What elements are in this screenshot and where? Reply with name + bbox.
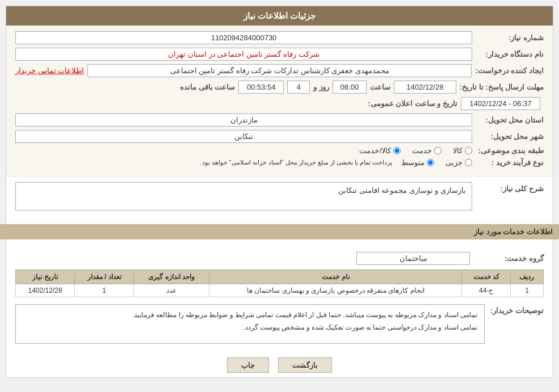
saat-label: ساعت [370, 83, 390, 91]
radio-kala[interactable]: کالا [453, 146, 472, 155]
kala-khedmat-label: کالا/خدمت [359, 146, 391, 155]
baqi-mande-label: ساعت باقی مانده [180, 83, 235, 91]
ostan-tahvil-value: مازندران [15, 113, 472, 127]
ijad-konande-value: محمدمهدی جعفری کارشناس تداركات شركت رفاه… [87, 64, 472, 77]
radio-khedmat[interactable]: خدمت [412, 146, 442, 155]
table-cell-0-0: 1 [510, 284, 543, 297]
col-tedad: تعداد / مقدار [75, 270, 134, 284]
radio-kala-input[interactable] [465, 147, 472, 154]
tabaqe-bandi-label: طبقه بندی موضوعی: [476, 146, 544, 155]
table-cell-0-2: انجام کارهای متفرقه درخصوص بازسازی و بهس… [209, 284, 462, 297]
roz-value: 4 [287, 81, 310, 94]
action-buttons: بازگشت چاپ [6, 357, 553, 373]
etelaat-tamas-link[interactable]: اطلاعات تماس خریدار [15, 66, 84, 75]
table-row: 1ج-44انجام کارهای متفرقه درخصوص بازسازی … [16, 284, 544, 297]
col-vahed: واحد اندازه گیری [134, 270, 209, 284]
radio-jozii-input[interactable] [465, 159, 472, 166]
sharh-koli-label: شرح کلی نیاز: [476, 182, 544, 193]
baqi-mande-value: 00:53:54 [238, 81, 284, 94]
ijad-konande-label: ایجاد کننده درخواست: [475, 66, 544, 75]
nam-dastgah-label: نام دستگاه خریدار: [476, 50, 544, 58]
table-cell-0-5: 1402/12/28 [16, 284, 75, 297]
group-khedmat-value: ساختمان [356, 252, 470, 265]
table-cell-0-1: ج-44 [462, 284, 511, 297]
date-announce-value: 1402/12/24 - 06:37 [461, 97, 540, 110]
nam-dastgah-value: شرکت رفاه گستر تامین اجتماعی در استان ته… [15, 48, 472, 61]
payment-note: پرداخت تمام یا بخشی از مبلغ خریداز محل "… [200, 159, 392, 166]
date-announce-label: تاریخ و ساعت اعلان عمومی: [368, 99, 457, 108]
services-table: ردیف کد خدمت نام خدمت واحد اندازه گیری ت… [15, 269, 544, 297]
radio-motavasset-input[interactable] [427, 159, 434, 166]
shomara-niaz-value: 1102094284000730 [15, 31, 472, 44]
col-radif: ردیف [510, 270, 543, 284]
motavasset-label: متوسط [401, 158, 424, 167]
tawsiyat-label: توصیحات خریدار: [490, 304, 544, 315]
nav-farayand-label: نوع فرآیند خرید : [476, 158, 544, 167]
roz-label: روز و [313, 83, 329, 91]
print-button[interactable]: چاپ [227, 357, 269, 373]
khedmat-label: خدمت [412, 146, 432, 155]
table-cell-0-3: عدد [134, 284, 209, 297]
tawsiyat-value: تمامی اسناد و مدارک مربوطه به پیوست میبا… [15, 304, 485, 344]
kala-label: کالا [453, 146, 463, 155]
saat-value: 08:00 [333, 81, 367, 94]
etelaat-khadamat-header: اطلاعات خدمات مورد نیاز [0, 224, 559, 239]
date-value: 1402/12/28 [394, 81, 456, 94]
page-title: جزئیات اطلاعات نیاز [6, 6, 553, 26]
ostan-tahvil-label: استان محل تحویل: [476, 116, 544, 124]
col-nam-khedmat: نام خدمت [209, 270, 462, 284]
radio-motavasset[interactable]: متوسط [401, 158, 434, 167]
radio-khedmat-input[interactable] [434, 147, 442, 154]
shahr-tahvil-label: شهر محل تحویل: [476, 132, 544, 141]
radio-kala-khedmat-input[interactable] [393, 147, 401, 154]
radio-kala-khedmat[interactable]: کالا/خدمت [359, 146, 401, 155]
jozii-label: جزیی [445, 158, 463, 167]
shahr-tahvil-value: تنکابن [15, 130, 472, 143]
group-khedmat-label: گروه خدمت: [476, 254, 544, 263]
table-cell-0-4: 1 [75, 284, 134, 297]
col-tarikh: تاریخ نیاز [16, 270, 75, 284]
mohlat-ersal-label: مهلت ارسال پاسخ: تا تاریخ: [460, 83, 544, 91]
back-button[interactable]: بازگشت [278, 357, 332, 373]
shomara-niaz-label: شماره نیاز: [476, 33, 544, 42]
radio-jozii[interactable]: جزیی [445, 158, 472, 167]
col-kod-khedmat: کد خدمت [462, 270, 511, 284]
sharh-koli-value: بازسازی و نوسازی مجموعه افامتی تنکابن [15, 182, 472, 210]
